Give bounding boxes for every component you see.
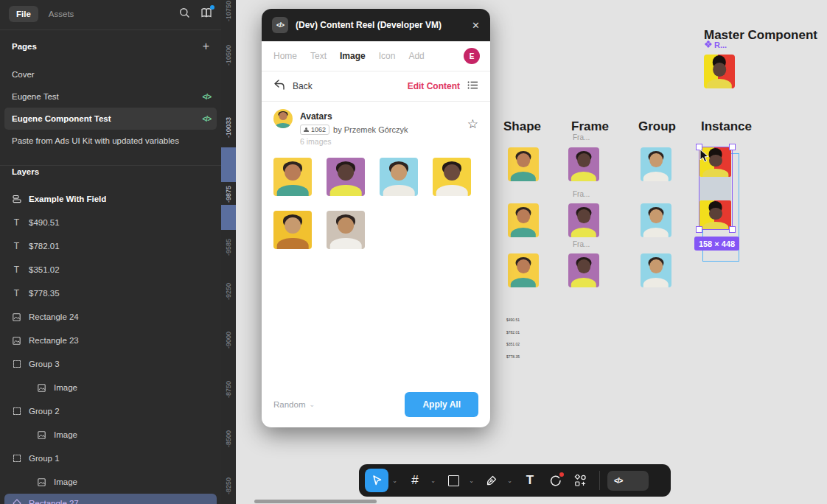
chevron-down-icon[interactable]: ⌄: [467, 477, 476, 484]
pen-tool-button[interactable]: [480, 469, 503, 492]
tab-icon[interactable]: Icon: [379, 51, 396, 61]
tab-text[interactable]: Text: [310, 51, 327, 61]
layer-rectangle-24[interactable]: Rectangle 24: [0, 305, 221, 329]
chevron-down-icon[interactable]: ⌄: [428, 477, 438, 484]
move-tool-button[interactable]: [365, 469, 388, 492]
collection-author[interactable]: by Przemek Górczyk: [333, 125, 408, 134]
user-avatar[interactable]: E: [464, 48, 480, 64]
canvas-shape-image[interactable]: [508, 203, 539, 237]
figma-app-window: File Assets Pages + Cover Eugene Test </…: [0, 0, 827, 504]
layer-group-2[interactable]: Group 2: [0, 399, 221, 423]
layer-label: Group 1: [29, 454, 60, 463]
image-layer-icon: [37, 431, 46, 439]
layer-example-with-field[interactable]: Example With Field: [0, 187, 221, 211]
master-component-sublabel[interactable]: R...: [705, 41, 727, 49]
favorite-star-icon[interactable]: ☆: [467, 116, 478, 132]
group-layer-icon: [12, 360, 21, 368]
plugin-footer: Random ⌄ Apply All: [273, 392, 478, 417]
frame-name-label[interactable]: Fra...: [573, 133, 590, 141]
back-row: Back Edit Content: [262, 71, 490, 101]
shape-layer-icon: [12, 500, 21, 504]
dev-mode-toggle[interactable]: </>: [607, 471, 649, 491]
canvas-text[interactable]: $782.01: [506, 326, 520, 339]
avatar-image-3[interactable]: [380, 158, 418, 196]
layer-image[interactable]: Image: [0, 423, 221, 447]
canvas-text[interactable]: $490.51: [506, 314, 520, 326]
apply-all-button[interactable]: Apply All: [405, 392, 478, 417]
plugin-header[interactable]: </> (Dev) Content Reel (Developer VM) ✕: [262, 9, 490, 41]
close-icon[interactable]: ✕: [472, 20, 480, 31]
rectangle-tool-button[interactable]: [442, 469, 465, 492]
tab-image[interactable]: Image: [340, 51, 366, 61]
page-item-paste-from-ads[interactable]: Paste from Ads UI Kit with updated varia…: [0, 130, 221, 152]
text-layer-icon: T: [12, 241, 21, 251]
avatar-image-1[interactable]: [273, 158, 312, 196]
back-label[interactable]: Back: [293, 81, 313, 91]
tab-add[interactable]: Add: [408, 51, 424, 61]
avatar-image-4[interactable]: [433, 158, 471, 196]
canvas-shape-image[interactable]: [508, 147, 539, 181]
back-arrow-icon[interactable]: [273, 80, 285, 93]
layer-label: Image: [54, 383, 77, 392]
frame-name-label[interactable]: Fra...: [573, 190, 590, 198]
layer-label: Rectangle 27: [29, 499, 79, 504]
text-layer-icon: T: [12, 217, 21, 228]
plugin-title: (Dev) Content Reel (Developer VM): [296, 20, 442, 30]
content-reel-plugin-window: </> (Dev) Content Reel (Developer VM) ✕ …: [262, 9, 490, 427]
layer-text[interactable]: T $490.51: [0, 211, 221, 234]
canvas-text[interactable]: $351.02: [506, 338, 520, 351]
library-book-icon[interactable]: [200, 7, 212, 21]
actions-tool-button[interactable]: [543, 469, 567, 492]
add-page-icon[interactable]: +: [203, 40, 209, 53]
avatar-image-6[interactable]: [327, 211, 365, 249]
chevron-down-icon[interactable]: ⌄: [505, 477, 514, 484]
avatar-image-2[interactable]: [327, 158, 365, 196]
layer-text[interactable]: T $778.35: [0, 281, 221, 305]
ruler-tick: -9585: [225, 241, 232, 256]
master-component-image[interactable]: [704, 55, 735, 88]
layer-group-1[interactable]: Group 1: [0, 447, 221, 470]
canvas-shape-image[interactable]: [508, 253, 539, 287]
canvas-group-image[interactable]: [641, 147, 671, 181]
horizontal-scrollbar[interactable]: [254, 500, 377, 503]
layer-text[interactable]: T $782.01: [0, 234, 221, 258]
canvas-text[interactable]: $778.35: [506, 351, 520, 363]
image-layer-icon: [12, 313, 21, 321]
canvas-frame-image[interactable]: [568, 147, 599, 181]
tab-file[interactable]: File: [9, 6, 38, 22]
edit-content-link[interactable]: Edit Content: [408, 81, 460, 91]
layer-image[interactable]: Image: [0, 470, 221, 494]
avatar-image-5[interactable]: [273, 211, 312, 249]
layer-group-3[interactable]: Group 3: [0, 352, 221, 376]
list-view-icon[interactable]: [467, 80, 478, 93]
text-tool-button[interactable]: T: [518, 469, 542, 492]
frame-name-label[interactable]: Fra...: [573, 240, 590, 248]
layer-text[interactable]: T $351.02: [0, 258, 221, 281]
page-item-eugene-test[interactable]: Eugene Test </>: [0, 85, 221, 108]
layer-rectangle-27-selected[interactable]: Rectangle 27: [4, 494, 217, 504]
resources-tool-button[interactable]: [568, 469, 592, 492]
layer-image[interactable]: Image: [0, 376, 221, 399]
page-label: Eugene Component Test: [12, 114, 111, 123]
random-dropdown[interactable]: Random ⌄: [273, 400, 315, 409]
resize-handle-sw[interactable]: [696, 226, 702, 233]
resize-handle-ne[interactable]: [729, 144, 736, 150]
canvas-frame-image[interactable]: [568, 253, 599, 287]
canvas-group-image[interactable]: [641, 203, 671, 237]
collection-avatar: [273, 109, 293, 128]
tab-assets[interactable]: Assets: [49, 10, 74, 18]
canvas-group-image[interactable]: [641, 253, 671, 287]
dev-mode-icon: </>: [203, 115, 211, 123]
tab-home[interactable]: Home: [273, 51, 297, 61]
page-item-cover[interactable]: Cover: [0, 63, 221, 85]
canvas-frame-image[interactable]: [568, 203, 599, 237]
chevron-down-icon[interactable]: ⌄: [390, 477, 399, 484]
plugin-tabbar: Home Text Image Icon Add E: [262, 41, 490, 71]
canvas-text-items[interactable]: $490.51 $782.01 $351.02 $778.35: [506, 314, 520, 363]
frame-tool-button[interactable]: #: [403, 469, 427, 492]
resize-handle-se[interactable]: [729, 226, 736, 233]
page-item-eugene-component-test[interactable]: Eugene Component Test </>: [4, 108, 217, 130]
search-icon[interactable]: [179, 7, 190, 21]
page-label: Paste from Ads UI Kit with updated varia…: [12, 136, 179, 145]
layer-rectangle-23[interactable]: Rectangle 23: [0, 329, 221, 352]
